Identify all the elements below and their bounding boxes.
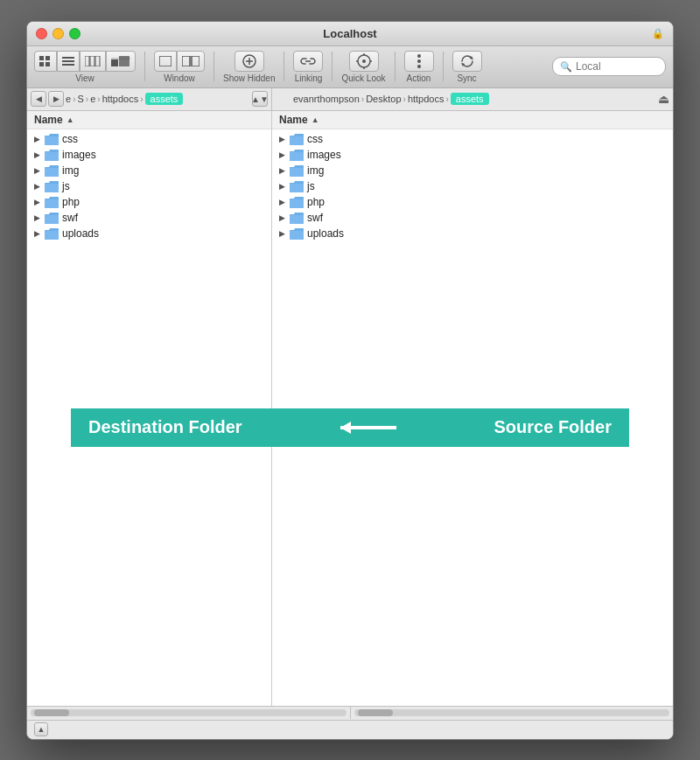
right-path-crumb: evanrthompson › Desktop › httpdocs › ass… xyxy=(293,93,489,105)
path-item-1[interactable]: S xyxy=(77,94,83,104)
sep-2 xyxy=(214,52,214,81)
list-view-button[interactable] xyxy=(57,51,80,72)
list-item[interactable]: ▶ images xyxy=(27,147,271,163)
maximize-button[interactable] xyxy=(69,28,80,39)
list-item[interactable]: ▶ js xyxy=(272,178,673,194)
linking-button[interactable] xyxy=(293,51,323,72)
main-window: Localhost 🔒 xyxy=(26,21,674,740)
right-path-item-3-active[interactable]: assets xyxy=(451,93,489,105)
sep-3 xyxy=(284,52,284,81)
search-box[interactable]: 🔍 xyxy=(552,57,666,76)
search-icon: 🔍 xyxy=(560,61,572,73)
list-item[interactable]: ▶ img xyxy=(27,163,271,178)
svg-marker-46 xyxy=(340,422,351,434)
folder-icon xyxy=(45,196,59,207)
svg-rect-9 xyxy=(95,56,100,66)
svg-rect-32 xyxy=(45,152,59,161)
forward-button[interactable]: ▶ xyxy=(48,91,64,107)
left-path-crumb: e › S › e › httpdocs › assets xyxy=(66,93,183,105)
file-name: images xyxy=(62,149,96,161)
search-input[interactable] xyxy=(576,60,658,73)
right-scrollbar-thumb[interactable] xyxy=(358,709,393,716)
folder-icon xyxy=(290,164,304,176)
left-scrollbar-thumb[interactable] xyxy=(34,709,69,716)
svg-rect-39 xyxy=(290,152,304,161)
expand-arrow: ▶ xyxy=(34,166,41,175)
svg-point-28 xyxy=(417,65,421,68)
list-item[interactable]: ▶ swf xyxy=(272,210,673,226)
show-hidden-label: Show Hidden xyxy=(223,73,275,83)
path-item-0[interactable]: e xyxy=(66,94,71,104)
window-buttons xyxy=(154,51,205,72)
list-item[interactable]: ▶ img xyxy=(272,163,673,178)
file-name: css xyxy=(307,133,323,145)
svg-rect-10 xyxy=(111,59,118,66)
left-sort-arrow: ▲ xyxy=(66,115,74,124)
scroll-up-button[interactable]: ▲ xyxy=(34,722,48,736)
path-item-3[interactable]: httpdocs xyxy=(102,94,139,104)
column-view-button[interactable] xyxy=(80,51,106,72)
svg-point-21 xyxy=(362,59,366,63)
svg-rect-4 xyxy=(62,57,74,59)
sync-button[interactable] xyxy=(452,51,482,72)
quick-look-button[interactable] xyxy=(349,51,379,72)
sep: › xyxy=(140,94,143,104)
lock-icon: 🔒 xyxy=(652,28,664,39)
folder-icon xyxy=(45,180,59,192)
list-item[interactable]: ▶ php xyxy=(272,194,673,210)
path-item-4-active[interactable]: assets xyxy=(145,93,184,105)
left-scrollbar-track[interactable] xyxy=(31,709,346,716)
pathbar: ◀ ▶ e › S › e › httpdocs › assets ▲▼ ◀ xyxy=(27,88,673,111)
back-button[interactable]: ◀ xyxy=(31,91,46,107)
view-label: View xyxy=(75,73,94,83)
list-item[interactable]: ▶ images xyxy=(272,147,673,163)
icon-view-button[interactable] xyxy=(34,51,57,72)
sort-button[interactable]: ▲▼ xyxy=(252,91,268,107)
close-button[interactable] xyxy=(36,28,47,39)
view-mode-buttons xyxy=(34,51,136,72)
toolbar: View Window xyxy=(27,46,673,88)
list-item[interactable]: ▶ css xyxy=(27,131,271,147)
action-label: Action xyxy=(407,73,431,83)
cover-flow-button[interactable] xyxy=(106,51,136,72)
titlebar: Localhost 🔒 xyxy=(27,22,673,46)
eject-button[interactable]: ⏏ xyxy=(658,92,669,106)
list-item[interactable]: ▶ php xyxy=(27,194,271,210)
file-name: css xyxy=(62,133,78,145)
right-scrollbar-track[interactable] xyxy=(354,709,670,716)
list-item[interactable]: ▶ swf xyxy=(27,210,271,226)
right-pathbar: ◀ evanrthompson › Desktop › httpdocs › a… xyxy=(272,88,673,110)
svg-rect-15 xyxy=(192,56,200,66)
window-single-button[interactable] xyxy=(154,51,177,72)
window-split-button[interactable] xyxy=(177,51,205,72)
file-name: uploads xyxy=(307,227,344,240)
file-name: swf xyxy=(62,212,78,224)
svg-rect-11 xyxy=(119,56,130,66)
show-hidden-button[interactable] xyxy=(234,51,264,72)
minimize-button[interactable] xyxy=(52,28,64,39)
file-name: img xyxy=(307,164,324,177)
folder-icon xyxy=(290,227,304,239)
right-path-item-0[interactable]: evanrthompson xyxy=(293,94,360,104)
list-item[interactable]: ▶ js xyxy=(27,178,271,194)
sep: › xyxy=(97,94,100,104)
list-item[interactable]: ▶ css xyxy=(272,131,673,147)
action-button[interactable] xyxy=(404,51,434,72)
list-item[interactable]: ▶ uploads xyxy=(27,226,271,241)
list-item[interactable]: ▶ uploads xyxy=(272,226,673,241)
sep-1 xyxy=(144,52,145,81)
expand-arrow: ▶ xyxy=(34,135,41,143)
left-pathbar: ◀ ▶ e › S › e › httpdocs › assets ▲▼ xyxy=(27,88,272,110)
window-title: Localhost xyxy=(323,27,376,40)
right-path-item-1[interactable]: Desktop xyxy=(366,94,401,104)
svg-rect-44 xyxy=(290,231,304,240)
window-mode-buttons xyxy=(154,51,205,72)
folder-icon xyxy=(45,212,59,223)
annotation-bar: Destination Folder Source Folder xyxy=(71,408,629,447)
path-item-2[interactable]: e xyxy=(90,94,95,104)
svg-rect-43 xyxy=(290,215,304,224)
right-path-item-2[interactable]: httpdocs xyxy=(408,94,444,104)
svg-point-26 xyxy=(417,54,421,58)
file-name: swf xyxy=(307,212,323,224)
right-panel-header: Name ▲ xyxy=(272,111,673,129)
